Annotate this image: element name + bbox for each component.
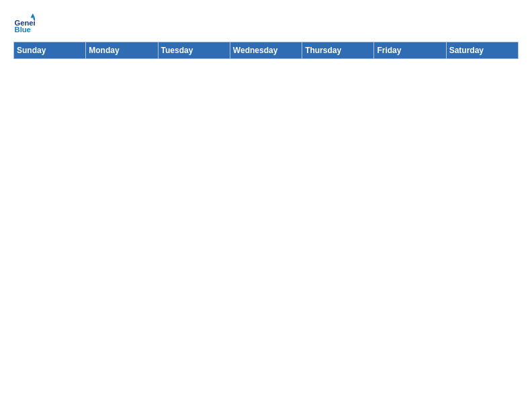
weekday-header-monday: Monday [86, 42, 158, 59]
weekday-header-sunday: Sunday [14, 42, 86, 59]
logo-icon: General Blue [13, 13, 35, 35]
svg-marker-2 [31, 13, 35, 17]
weekday-header-thursday: Thursday [302, 42, 374, 59]
weekday-header-tuesday: Tuesday [158, 42, 230, 59]
page-header: General Blue [13, 13, 519, 35]
weekday-header-saturday: Saturday [446, 42, 518, 59]
calendar-table: SundayMondayTuesdayWednesdayThursdayFrid… [13, 42, 519, 59]
logo: General Blue [13, 13, 38, 35]
calendar-header-row: SundayMondayTuesdayWednesdayThursdayFrid… [14, 42, 519, 59]
svg-text:Blue: Blue [15, 26, 31, 34]
weekday-header-wednesday: Wednesday [230, 42, 302, 59]
weekday-header-friday: Friday [374, 42, 446, 59]
